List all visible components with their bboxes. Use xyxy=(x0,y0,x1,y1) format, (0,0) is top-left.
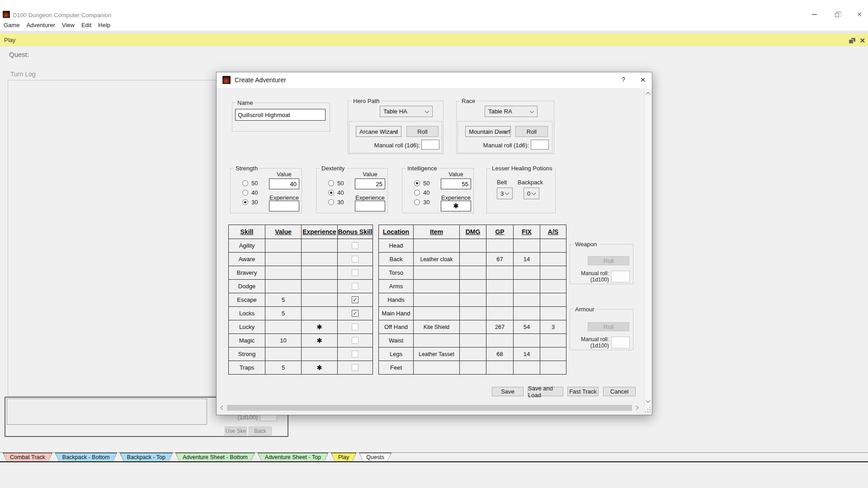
save-button[interactable]: Save xyxy=(492,387,524,396)
equipment-fix-cell[interactable] xyxy=(513,333,540,347)
bottom-tab[interactable]: Backpack - Top xyxy=(120,453,173,461)
strength-40-radio[interactable] xyxy=(242,190,248,196)
equipment-gp-cell[interactable]: 67 xyxy=(486,252,513,266)
float-pane-icon[interactable] xyxy=(849,38,855,43)
bonus-skill-checkbox[interactable] xyxy=(352,351,359,357)
skills-header-experience[interactable]: Experience xyxy=(301,225,337,239)
armour-roll-button[interactable]: Roll xyxy=(588,322,629,331)
equipment-as-cell[interactable] xyxy=(540,252,566,266)
scroll-left-icon[interactable] xyxy=(221,406,225,410)
dialog-help-button[interactable]: ? xyxy=(619,76,628,83)
equipment-dmg-cell[interactable] xyxy=(459,333,486,347)
intelligence-30-radio[interactable] xyxy=(414,199,420,205)
minimize-button[interactable] xyxy=(809,10,819,19)
equipment-fix-cell[interactable]: 14 xyxy=(513,252,540,266)
bottom-tab[interactable]: Adventure Sheet - Top xyxy=(258,453,328,461)
menu-item[interactable]: Game xyxy=(4,22,19,28)
equipment-item-cell[interactable] xyxy=(413,293,459,306)
resize-grip[interactable] xyxy=(645,407,651,412)
race-table-select[interactable]: Table RA xyxy=(485,106,538,117)
bonus-skill-checkbox[interactable] xyxy=(352,269,359,276)
equipment-gp-cell[interactable] xyxy=(486,279,513,293)
equipment-item-cell[interactable] xyxy=(413,333,459,347)
weapon-roll-button[interactable]: Roll xyxy=(588,256,629,265)
name-input[interactable]: Quillscroll Highmoat xyxy=(235,109,326,121)
equipment-dmg-cell[interactable] xyxy=(459,293,486,306)
equipment-dmg-cell[interactable] xyxy=(459,361,486,374)
dialog-titlebar[interactable]: Create Adventurer ? ✕ xyxy=(217,72,652,88)
skill-value-cell[interactable] xyxy=(265,252,301,266)
equipment-item-cell[interactable] xyxy=(413,361,459,374)
skill-value-cell[interactable] xyxy=(265,347,301,361)
equipment-gp-cell[interactable] xyxy=(486,361,513,374)
bottom-tab[interactable]: Quests xyxy=(359,453,392,461)
bonus-skill-checkbox[interactable] xyxy=(352,324,359,330)
equipment-gp-cell[interactable] xyxy=(486,266,513,279)
intelligence-40-radio[interactable] xyxy=(414,190,420,196)
dexterity-value-field[interactable]: 25 xyxy=(355,178,385,189)
back-button[interactable]: Back xyxy=(249,427,272,436)
equipment-gp-cell[interactable] xyxy=(486,306,513,320)
skill-value-cell[interactable]: 5 xyxy=(265,361,301,374)
skill-value-cell[interactable] xyxy=(265,239,301,252)
equipment-dmg-cell[interactable] xyxy=(459,347,486,361)
fast-track-button[interactable]: Fast Track xyxy=(567,387,599,396)
equipment-item-cell[interactable] xyxy=(413,279,459,293)
equipment-header-dmg[interactable]: DMG xyxy=(459,225,486,239)
bottom-tab[interactable]: Adventure Sheet - Bottom xyxy=(175,453,255,461)
bonus-skill-checkbox[interactable] xyxy=(352,242,359,249)
race-manual-roll-field[interactable] xyxy=(531,140,549,150)
skill-experience-cell[interactable]: ✱ xyxy=(301,333,337,347)
bonus-skill-checkbox[interactable] xyxy=(352,310,359,317)
equipment-fix-cell[interactable] xyxy=(513,293,540,306)
skill-value-cell[interactable] xyxy=(265,279,301,293)
play-pane-titlebar[interactable]: Play ✕ xyxy=(0,34,868,47)
bonus-skill-checkbox[interactable] xyxy=(352,337,359,344)
equipment-fix-cell[interactable] xyxy=(513,279,540,293)
action-list[interactable] xyxy=(7,399,207,425)
equipment-item-cell[interactable]: Leather cloak xyxy=(413,252,459,266)
equipment-gp-cell[interactable] xyxy=(486,239,513,252)
strength-value-field[interactable]: 40 xyxy=(269,178,299,189)
skill-experience-cell[interactable] xyxy=(301,266,337,279)
menu-item[interactable]: View xyxy=(62,22,75,28)
equipment-header-location[interactable]: Location xyxy=(378,225,413,239)
equipment-as-cell[interactable] xyxy=(540,266,566,279)
intelligence-experience-field[interactable]: ✱ xyxy=(441,201,471,211)
equipment-gp-cell[interactable] xyxy=(486,333,513,347)
skill-experience-cell[interactable] xyxy=(301,347,337,361)
equipment-as-cell[interactable] xyxy=(540,347,566,361)
equipment-item-cell[interactable]: Leather Tasset xyxy=(413,347,459,361)
bottom-tab[interactable]: Combat Track xyxy=(3,453,52,461)
skill-value-cell[interactable]: 5 xyxy=(265,293,301,306)
skill-experience-cell[interactable]: ✱ xyxy=(301,361,337,374)
equipment-gp-cell[interactable] xyxy=(486,293,513,306)
equipment-as-cell[interactable]: 3 xyxy=(540,320,566,333)
equipment-item-cell[interactable] xyxy=(413,266,459,279)
equipment-dmg-cell[interactable] xyxy=(459,239,486,252)
scroll-down-icon[interactable] xyxy=(646,399,651,403)
bonus-skill-checkbox[interactable] xyxy=(352,256,359,263)
equipment-fix-cell[interactable] xyxy=(513,306,540,320)
equipment-dmg-cell[interactable] xyxy=(459,320,486,333)
equipment-fix-cell[interactable] xyxy=(513,361,540,374)
equipment-as-cell[interactable] xyxy=(540,361,566,374)
equipment-as-cell[interactable] xyxy=(540,306,566,320)
strength-50-radio[interactable] xyxy=(242,180,248,186)
skills-header-value[interactable]: Value xyxy=(265,225,301,239)
menu-item[interactable]: Help xyxy=(98,22,110,28)
equipment-fix-cell[interactable] xyxy=(513,239,540,252)
dexterity-40-radio[interactable] xyxy=(328,190,334,196)
skill-value-cell[interactable]: 5 xyxy=(265,306,301,320)
hero-path-roll-button[interactable]: Roll xyxy=(406,126,439,137)
close-pane-icon[interactable]: ✕ xyxy=(859,37,865,44)
skill-value-cell[interactable] xyxy=(265,320,301,333)
bonus-skill-checkbox[interactable] xyxy=(352,283,359,290)
weapon-manual-roll-field[interactable] xyxy=(611,271,630,282)
equipment-header-gp[interactable]: GP xyxy=(486,225,513,239)
intelligence-value-field[interactable]: 55 xyxy=(441,178,471,189)
skill-experience-cell[interactable] xyxy=(301,279,337,293)
equipment-dmg-cell[interactable] xyxy=(459,279,486,293)
cancel-button[interactable]: Cancel xyxy=(603,387,636,396)
menu-item[interactable]: Adventurer xyxy=(26,22,55,28)
